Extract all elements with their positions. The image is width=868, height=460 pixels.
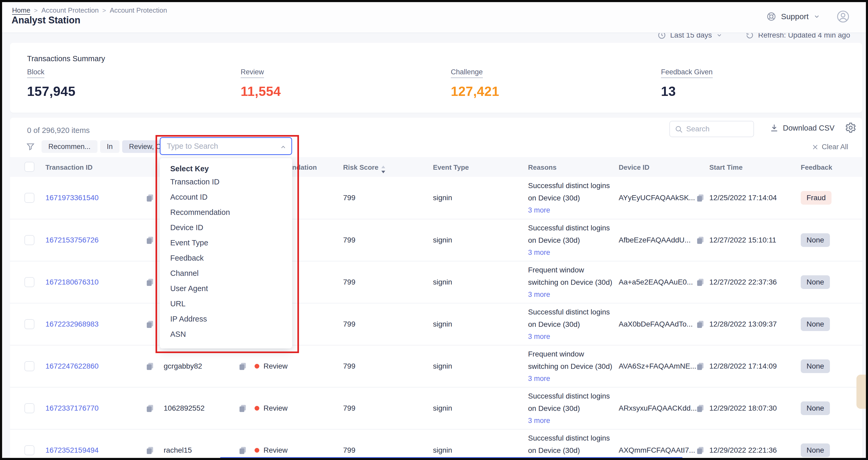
table-horizontal-scrollbar[interactable]: [220, 457, 683, 459]
dropdown-option[interactable]: URL: [160, 296, 292, 311]
filter-key-input[interactable]: [160, 138, 291, 154]
dropdown-option[interactable]: Account ID: [160, 189, 292, 205]
support-menu[interactable]: Support: [781, 12, 809, 21]
row-checkbox[interactable]: [25, 235, 34, 245]
more-reasons-link[interactable]: 3 more: [528, 246, 616, 259]
copy-icon[interactable]: [696, 446, 705, 455]
copy-icon[interactable]: [145, 278, 154, 286]
copy-icon[interactable]: [696, 278, 705, 286]
copy-icon[interactable]: [145, 320, 154, 329]
download-csv-label: Download CSV: [783, 124, 835, 132]
transaction-id-link[interactable]: 1672232968983: [45, 320, 98, 328]
chevron-down-icon[interactable]: [813, 13, 820, 20]
feedback-badge: None: [801, 443, 830, 457]
row-checkbox[interactable]: [25, 445, 34, 455]
dropdown-option[interactable]: IP Address: [160, 311, 292, 327]
transaction-id-link[interactable]: 1672153756726: [45, 236, 98, 244]
column-header-feedback[interactable]: Feedback: [801, 163, 832, 172]
start-time: 12/29/2022 18:07:30: [709, 404, 777, 412]
risk-score: 799: [343, 404, 355, 412]
close-icon: [812, 144, 818, 151]
account-id: gcrgabby82: [164, 362, 202, 370]
dropdown-option[interactable]: User Agent: [160, 281, 292, 296]
dropdown-option[interactable]: Event Type: [160, 235, 292, 250]
chevron-up-icon[interactable]: [280, 144, 287, 151]
transaction-id-link[interactable]: 1672352159494: [45, 446, 98, 455]
device-id: AXQmmFCFAQAAtI7...: [619, 446, 695, 455]
support-lifebuoy-icon[interactable]: [766, 11, 776, 22]
more-reasons-link[interactable]: 3 more: [528, 415, 616, 427]
device-id: AaX0bDeFAQAAdTo...: [619, 320, 693, 328]
stat-value: 157,945: [27, 84, 75, 99]
row-checkbox[interactable]: [25, 361, 34, 371]
copy-icon[interactable]: [145, 193, 154, 202]
copy-icon[interactable]: [696, 236, 705, 245]
dropdown-option[interactable]: ASN: [160, 327, 292, 342]
download-csv-button[interactable]: Download CSV: [770, 123, 835, 132]
copy-icon[interactable]: [696, 362, 705, 371]
transaction-id-link[interactable]: 1672337176770: [45, 404, 98, 412]
reasons-cell: Successful distinct logins on Device (30…: [528, 432, 616, 460]
recommendation-cell: Review: [254, 404, 288, 412]
clear-all-label: Clear All: [822, 143, 848, 151]
start-time: 12/29/2022 22:21:36: [709, 446, 777, 455]
copy-icon[interactable]: [696, 193, 705, 202]
column-header-risk-score[interactable]: Risk Score: [343, 163, 378, 172]
copy-icon[interactable]: [238, 362, 247, 371]
copy-icon[interactable]: [696, 320, 705, 329]
transaction-id-link[interactable]: 1672247622860: [45, 362, 98, 370]
copy-icon[interactable]: [696, 404, 705, 413]
event-type: signin: [433, 404, 452, 412]
dropdown-option[interactable]: Feedback: [160, 250, 292, 266]
user-avatar-icon[interactable]: [836, 10, 849, 23]
reason-text: Frequent window switching on Device (30d…: [528, 348, 616, 372]
copy-icon[interactable]: [238, 404, 247, 413]
row-checkbox[interactable]: [25, 277, 34, 287]
transaction-id-link[interactable]: 1672180676310: [45, 278, 98, 286]
copy-icon[interactable]: [238, 446, 247, 455]
filter-operator-chip[interactable]: In: [100, 140, 120, 153]
risk-score: 799: [343, 278, 355, 286]
select-all-checkbox[interactable]: [25, 162, 34, 172]
review-dot-icon: [254, 406, 259, 410]
column-header-event-type[interactable]: Event Type: [433, 163, 469, 172]
feedback-badge: None: [801, 317, 830, 331]
dropdown-option[interactable]: Channel: [160, 266, 292, 281]
breadcrumb-home-link[interactable]: Home: [12, 6, 30, 14]
vertical-scrollbar-thumb[interactable]: [857, 375, 868, 409]
clear-all-button[interactable]: Clear All: [812, 143, 848, 151]
sort-icon[interactable]: [380, 165, 387, 174]
filter-funnel-icon[interactable]: [26, 142, 35, 151]
table-row: 1672180676310799signinFrequent window sw…: [10, 261, 862, 303]
column-header-device-id[interactable]: Device ID: [619, 163, 649, 172]
row-checkbox[interactable]: [25, 319, 34, 329]
risk-score: 799: [343, 320, 355, 328]
reasons-cell: Successful distinct logins on Device (30…: [528, 222, 616, 259]
row-checkbox[interactable]: [25, 193, 34, 203]
dropdown-option[interactable]: Recommendation: [160, 205, 292, 220]
summary-title: Transactions Summary: [27, 54, 105, 63]
more-reasons-link[interactable]: 3 more: [528, 288, 616, 301]
dropdown-option[interactable]: Transaction ID: [160, 174, 292, 189]
filter-field-chip[interactable]: Recommen...: [41, 140, 97, 153]
copy-icon[interactable]: [145, 236, 154, 245]
more-reasons-link[interactable]: 3 more: [528, 331, 616, 343]
dropdown-option[interactable]: Device ID: [160, 220, 292, 235]
reason-text: Successful distinct logins on Device (30…: [528, 390, 616, 415]
row-checkbox[interactable]: [25, 403, 34, 413]
column-header-start-time[interactable]: Start Time: [709, 163, 743, 172]
more-reasons-link[interactable]: 3 more: [528, 204, 616, 216]
feedback-badge: Fraud: [801, 191, 832, 205]
breadcrumb-separator: >: [102, 7, 106, 14]
copy-icon[interactable]: [145, 362, 154, 371]
column-header-transaction-id[interactable]: Transaction ID: [45, 163, 92, 172]
recommendation-label: Review: [264, 362, 288, 370]
copy-icon[interactable]: [145, 446, 154, 455]
breadcrumb-item[interactable]: Account Protection: [41, 6, 98, 14]
transaction-id-link[interactable]: 1671973361540: [45, 194, 98, 202]
table-header-row: Transaction ID Recommendation Risk Score…: [10, 157, 862, 177]
more-reasons-link[interactable]: 3 more: [528, 372, 616, 385]
copy-icon[interactable]: [145, 404, 154, 413]
column-header-reasons[interactable]: Reasons: [528, 163, 556, 172]
table-settings-button[interactable]: [845, 122, 857, 133]
